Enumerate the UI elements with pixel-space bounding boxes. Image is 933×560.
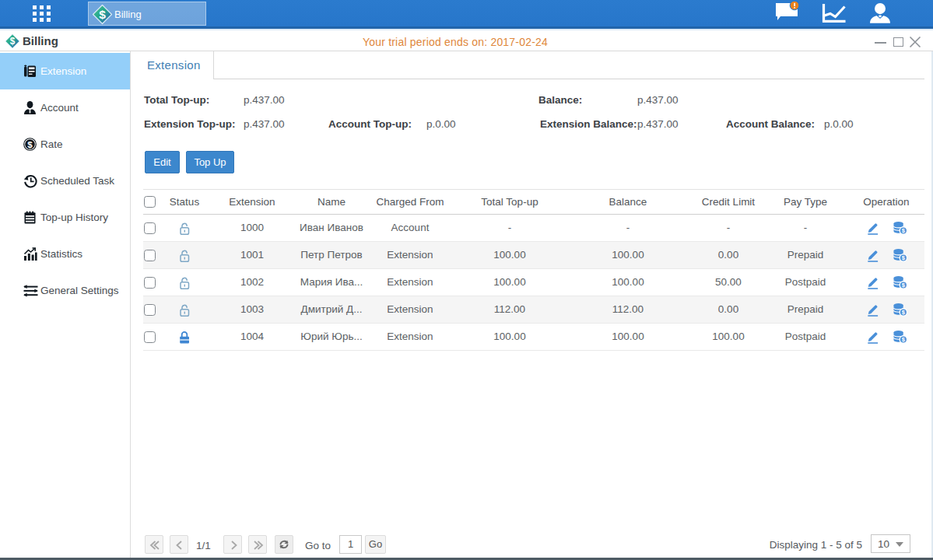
svg-text:$: $ — [99, 8, 106, 21]
svg-text:$: $ — [27, 140, 33, 149]
